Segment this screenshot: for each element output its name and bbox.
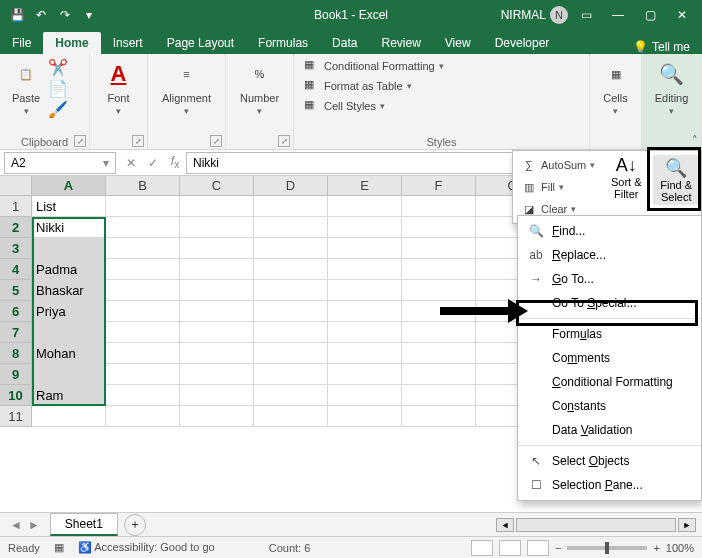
col-header-E[interactable]: E	[328, 176, 402, 196]
row-header-3[interactable]: 3	[0, 238, 32, 259]
cell-E2[interactable]	[328, 217, 402, 238]
page-layout-view-button[interactable]	[499, 540, 521, 556]
close-icon[interactable]: ✕	[668, 4, 696, 26]
tab-view[interactable]: View	[433, 32, 483, 54]
cell-D8[interactable]	[254, 343, 328, 364]
menu-data-validation[interactable]: Data Validation	[518, 418, 701, 442]
cell-E11[interactable]	[328, 406, 402, 427]
cell-F3[interactable]	[402, 238, 476, 259]
conditional-formatting-button[interactable]: ▦Conditional Formatting▾	[300, 56, 583, 76]
cell-B5[interactable]	[106, 280, 180, 301]
sheet-tab-sheet1[interactable]: Sheet1	[50, 513, 118, 536]
menu-find[interactable]: 🔍Find...	[518, 219, 701, 243]
cell-B4[interactable]	[106, 259, 180, 280]
cell-E7[interactable]	[328, 322, 402, 343]
cell-B8[interactable]	[106, 343, 180, 364]
cells-button[interactable]: ▦ Cells ▾	[596, 56, 635, 118]
cell-F10[interactable]	[402, 385, 476, 406]
copy-icon[interactable]: 📄	[48, 79, 68, 98]
cell-B2[interactable]	[106, 217, 180, 238]
editing-button[interactable]: 🔍 Editing ▾	[648, 56, 695, 118]
row-header-6[interactable]: 6	[0, 301, 32, 322]
fill-button[interactable]: ▥Fill▾	[517, 177, 599, 197]
row-header-9[interactable]: 9	[0, 364, 32, 385]
cell-D7[interactable]	[254, 322, 328, 343]
cell-C11[interactable]	[180, 406, 254, 427]
cell-F7[interactable]	[402, 322, 476, 343]
enter-formula-icon[interactable]: ✓	[142, 156, 164, 170]
cell-B1[interactable]	[106, 196, 180, 217]
cancel-formula-icon[interactable]: ✕	[120, 156, 142, 170]
menu-conditional-formatting[interactable]: Conditional Formatting	[518, 370, 701, 394]
save-icon[interactable]: 💾	[6, 4, 28, 26]
font-launcher[interactable]: ⤢	[132, 135, 144, 147]
zoom-level[interactable]: 100%	[666, 542, 694, 554]
cell-B7[interactable]	[106, 322, 180, 343]
cell-F6[interactable]	[402, 301, 476, 322]
cell-D5[interactable]	[254, 280, 328, 301]
cell-A11[interactable]	[32, 406, 106, 427]
sort-filter-button[interactable]: A↓ Sort & Filter	[605, 155, 647, 200]
cell-E3[interactable]	[328, 238, 402, 259]
cell-E6[interactable]	[328, 301, 402, 322]
menu-formulas[interactable]: Formulas	[518, 322, 701, 346]
cell-C4[interactable]	[180, 259, 254, 280]
number-launcher[interactable]: ⤢	[278, 135, 290, 147]
cell-E4[interactable]	[328, 259, 402, 280]
cell-A6[interactable]: Priya	[32, 301, 106, 322]
cell-C9[interactable]	[180, 364, 254, 385]
row-header-1[interactable]: 1	[0, 196, 32, 217]
cell-F1[interactable]	[402, 196, 476, 217]
cell-F4[interactable]	[402, 259, 476, 280]
horizontal-scrollbar[interactable]	[516, 518, 676, 532]
alignment-launcher[interactable]: ⤢	[210, 135, 222, 147]
select-all-corner[interactable]	[0, 176, 32, 196]
cell-A1[interactable]: List	[32, 196, 106, 217]
cell-E5[interactable]	[328, 280, 402, 301]
tab-insert[interactable]: Insert	[101, 32, 155, 54]
cell-B6[interactable]	[106, 301, 180, 322]
col-header-F[interactable]: F	[402, 176, 476, 196]
font-button[interactable]: A Font ▾	[96, 56, 141, 118]
cell-B10[interactable]	[106, 385, 180, 406]
cell-C5[interactable]	[180, 280, 254, 301]
autosum-button[interactable]: ∑AutoSum▾	[517, 155, 599, 175]
cell-B11[interactable]	[106, 406, 180, 427]
scroll-right-icon[interactable]: ►	[678, 518, 696, 532]
cell-D2[interactable]	[254, 217, 328, 238]
row-header-11[interactable]: 11	[0, 406, 32, 427]
cell-A8[interactable]: Mohan	[32, 343, 106, 364]
cell-A5[interactable]: Bhaskar	[32, 280, 106, 301]
scroll-left-icon[interactable]: ◄	[496, 518, 514, 532]
cell-E1[interactable]	[328, 196, 402, 217]
cell-F2[interactable]	[402, 217, 476, 238]
find-select-button[interactable]: 🔍 Find & Select	[653, 155, 699, 205]
tell-me[interactable]: 💡 Tell me	[633, 40, 702, 54]
cell-D11[interactable]	[254, 406, 328, 427]
cell-A3[interactable]	[32, 238, 106, 259]
zoom-out-button[interactable]: −	[555, 542, 561, 554]
cell-F8[interactable]	[402, 343, 476, 364]
cell-A2[interactable]: Nikki	[32, 217, 106, 238]
row-header-5[interactable]: 5	[0, 280, 32, 301]
cell-F5[interactable]	[402, 280, 476, 301]
row-header-4[interactable]: 4	[0, 259, 32, 280]
col-header-A[interactable]: A	[32, 176, 106, 196]
cell-D6[interactable]	[254, 301, 328, 322]
cell-A7[interactable]	[32, 322, 106, 343]
tab-page-layout[interactable]: Page Layout	[155, 32, 246, 54]
cell-D3[interactable]	[254, 238, 328, 259]
cell-E10[interactable]	[328, 385, 402, 406]
tab-file[interactable]: File	[0, 32, 43, 54]
cell-C7[interactable]	[180, 322, 254, 343]
menu-goto-special[interactable]: Go To Special...	[518, 291, 701, 315]
page-break-view-button[interactable]	[527, 540, 549, 556]
cell-C3[interactable]	[180, 238, 254, 259]
ribbon-options-icon[interactable]: ▭	[572, 4, 600, 26]
tab-formulas[interactable]: Formulas	[246, 32, 320, 54]
undo-icon[interactable]: ↶	[30, 4, 52, 26]
menu-goto[interactable]: →Go To...	[518, 267, 701, 291]
cell-C6[interactable]	[180, 301, 254, 322]
cell-D9[interactable]	[254, 364, 328, 385]
format-as-table-button[interactable]: ▦Format as Table▾	[300, 76, 583, 96]
